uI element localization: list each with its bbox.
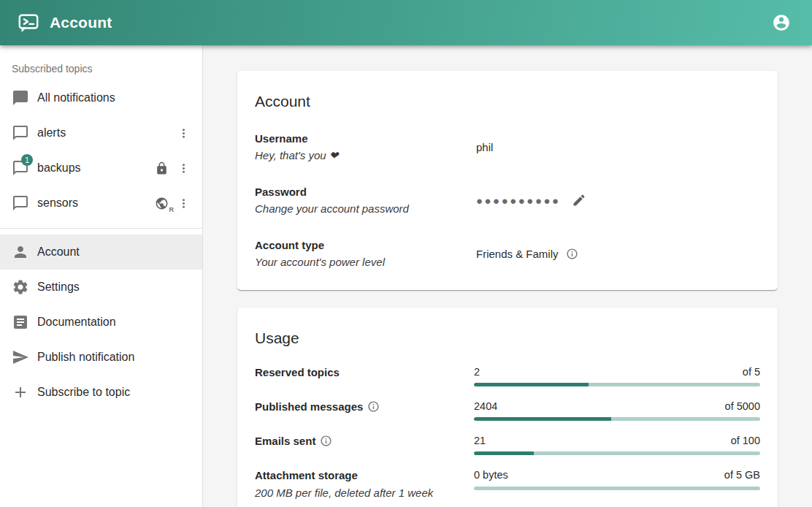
unread-count-badge: 1 xyxy=(21,154,33,166)
attachment-storage-sublabel: 200 MB per file, deleted after 1 week xyxy=(255,487,474,499)
info-icon[interactable] xyxy=(566,248,578,260)
reserved-topics-label: Reserved topics xyxy=(255,365,474,380)
sidebar-item-subscribe-to-topic[interactable]: Subscribe to topic xyxy=(0,375,202,410)
person-icon xyxy=(12,243,29,261)
sidebar-item-publish-notification[interactable]: Publish notification xyxy=(0,340,202,375)
plus-icon xyxy=(12,384,29,401)
password-label: Password xyxy=(255,183,476,200)
account-card: Account Username Hey, that's you ❤ phil … xyxy=(237,71,778,290)
progress-fill xyxy=(474,383,589,386)
topic-label: sensors xyxy=(37,197,78,210)
password-masked-value: ●●●●●●●●●● xyxy=(476,195,561,206)
ntfy-logo-icon xyxy=(18,12,39,34)
progress-bar xyxy=(474,383,760,386)
change-password-button[interactable] xyxy=(568,189,590,211)
account-type-sublabel: Your account's power level xyxy=(255,254,476,270)
account-type-label: Account type xyxy=(255,237,476,254)
info-icon[interactable] xyxy=(367,400,380,413)
chat-bubble-outline-icon xyxy=(12,194,29,212)
nav-label: Settings xyxy=(37,281,80,294)
sidebar-item-alerts[interactable]: alerts xyxy=(0,115,202,150)
reserved-topics-meter: Reserved topics 2 of 5 xyxy=(255,365,760,386)
sidebar-item-backups[interactable]: 1 backups xyxy=(0,150,202,186)
nav-label: Documentation xyxy=(37,316,116,329)
nav-label: Subscribe to topic xyxy=(37,386,130,399)
password-row: Password Change your account password ●●… xyxy=(255,181,760,219)
chat-bubble-filled-icon xyxy=(12,89,29,107)
info-icon[interactable] xyxy=(320,435,332,447)
meter-limit: of 100 xyxy=(731,434,760,447)
usage-card: Usage Reserved topics 2 of 5 Published m… xyxy=(237,308,778,507)
meter-value: 2 xyxy=(474,365,480,378)
usage-card-title: Usage xyxy=(255,329,760,347)
topic-label: alerts xyxy=(37,126,66,140)
more-vert-icon xyxy=(177,161,191,175)
account-menu-button[interactable] xyxy=(767,8,796,37)
meter-limit: of 5 xyxy=(743,365,760,378)
chat-bubble-outline-icon xyxy=(12,124,29,142)
account-type-value: Friends & Family xyxy=(476,248,559,260)
topic-label: backups xyxy=(37,161,81,175)
sidebar-item-documentation[interactable]: Documentation xyxy=(0,305,202,340)
globe-reserved-icon: R xyxy=(155,197,169,210)
pencil-icon xyxy=(572,193,586,207)
account-card-title: Account xyxy=(255,93,760,110)
more-vert-icon xyxy=(177,197,191,210)
published-messages-label: Published messages xyxy=(255,399,363,414)
nav-label: Account xyxy=(37,245,80,259)
published-messages-meter: Published messages 2404 of 5000 xyxy=(255,399,760,421)
progress-fill xyxy=(474,417,611,421)
sidebar-item-account[interactable]: Account xyxy=(0,235,202,270)
meter-limit: of 5000 xyxy=(725,400,760,413)
nav-label: Publish notification xyxy=(37,351,134,364)
main-content: Account Username Hey, that's you ❤ phil … xyxy=(203,45,812,507)
page-title: Account xyxy=(50,14,112,31)
progress-bar xyxy=(474,487,760,490)
chat-bubble-outline-icon: 1 xyxy=(12,159,29,177)
more-vert-icon xyxy=(177,126,191,140)
gear-icon xyxy=(12,278,29,296)
sidebar: Subscribed topics All notifications aler… xyxy=(0,45,203,507)
attachment-storage-label: Attachment storage xyxy=(255,468,474,483)
sidebar-item-sensors[interactable]: sensors R xyxy=(0,186,202,221)
reserved-subscript: R xyxy=(169,206,175,213)
progress-fill xyxy=(474,451,534,455)
account-type-row: Account type Your account's power level … xyxy=(255,235,760,272)
topic-menu-button[interactable] xyxy=(173,158,194,178)
article-icon xyxy=(12,313,29,331)
send-icon xyxy=(12,348,29,366)
meter-value: 2404 xyxy=(474,400,497,413)
topic-menu-button[interactable] xyxy=(173,123,194,143)
account-circle-icon xyxy=(772,13,791,32)
progress-bar xyxy=(474,451,760,455)
emails-sent-label: Emails sent xyxy=(255,433,315,449)
password-sublabel: Change your account password xyxy=(255,200,476,217)
app-bar: Account xyxy=(0,0,812,45)
topic-label: All notifications xyxy=(37,91,115,104)
attachment-storage-meter: Attachment storage 200 MB per file, dele… xyxy=(255,468,760,499)
username-sublabel: Hey, that's you ❤ xyxy=(255,147,476,164)
topic-menu-button[interactable] xyxy=(173,193,194,213)
emails-sent-meter: Emails sent 21 of 100 xyxy=(255,433,760,455)
sidebar-item-settings[interactable]: Settings xyxy=(0,270,202,305)
username-row: Username Hey, that's you ❤ phil xyxy=(255,128,760,166)
username-value: phil xyxy=(476,141,760,153)
meter-value: 0 bytes xyxy=(474,468,508,481)
username-label: Username xyxy=(255,130,476,147)
meter-value: 21 xyxy=(474,434,486,447)
sidebar-item-all-notifications[interactable]: All notifications xyxy=(0,80,202,115)
meter-limit: of 5 GB xyxy=(724,468,760,481)
progress-bar xyxy=(474,417,760,421)
subscribed-topics-subheader: Subscribed topics xyxy=(0,45,202,80)
lock-icon xyxy=(155,161,169,175)
